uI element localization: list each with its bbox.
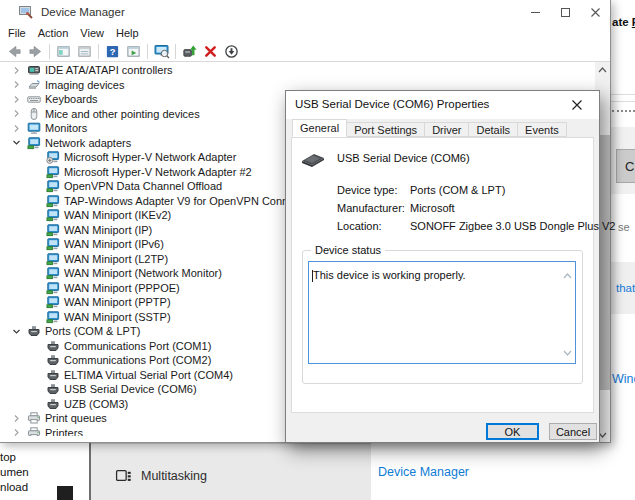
chevron-right-icon[interactable]: [12, 413, 25, 423]
toolbar: ?: [0, 41, 610, 62]
update-driver-icon: [182, 44, 197, 59]
scroll-up-icon[interactable]: [595, 62, 610, 77]
tree-item-ide-ata-atapi-controllers[interactable]: IDE ATA/ATAPI controllers: [0, 63, 595, 78]
background-text-fragment: umen: [0, 466, 29, 478]
tree-item-label: Keyboards: [45, 93, 98, 105]
tab-details[interactable]: Details: [468, 122, 518, 137]
tab-driver[interactable]: Driver: [424, 122, 469, 137]
chevron-right-icon[interactable]: [12, 65, 25, 75]
device-manager-link[interactable]: Device Manager: [378, 465, 469, 479]
tree-item-label: Mice and other pointing devices: [45, 108, 200, 120]
toolbar-show-console-tree-button[interactable]: [53, 41, 74, 61]
chevron-right-icon[interactable]: [12, 109, 25, 119]
tree-item-label: Print queues: [45, 412, 107, 424]
chevron-right-icon[interactable]: [12, 123, 25, 133]
svg-text:?: ?: [110, 47, 116, 57]
background-text-fragment: se: [618, 221, 630, 233]
settings-item-multitasking[interactable]: Multitasking: [115, 467, 207, 484]
field-label: Device type:: [337, 184, 410, 196]
tree-item-label: Monitors: [45, 122, 87, 134]
network-adapter-icon: [46, 310, 60, 324]
info-row-location: Location:SONOFF Zigbee 3.0 USB Dongle Pl…: [337, 220, 615, 232]
dialog-close-button[interactable]: [554, 91, 599, 119]
status-scroll-up-icon[interactable]: [563, 265, 572, 283]
divider: [611, 94, 635, 95]
toolbar-update-driver-button[interactable]: [179, 41, 200, 61]
background-panel: C: [611, 127, 635, 194]
tab-port-settings[interactable]: Port Settings: [346, 122, 425, 137]
network-adapter-icon: [46, 223, 60, 237]
serial-port-icon: [46, 353, 60, 367]
background-text-fragment: top: [0, 451, 16, 463]
field-value: Microsoft: [410, 202, 455, 214]
dotted-divider: [612, 110, 635, 112]
tree-item-label: Microsoft Hyper-V Network Adapter #2: [64, 166, 252, 178]
background-text-fragment: nload: [0, 481, 28, 493]
cancel-button[interactable]: Cancel: [549, 423, 597, 440]
tab-events[interactable]: Events: [517, 122, 567, 137]
toolbar-scan-hardware-changes-button[interactable]: [151, 41, 172, 61]
tree-item-label: Network adapters: [45, 137, 131, 149]
toolbar-uninstall-device-button[interactable]: [200, 41, 221, 61]
tree-item-label: Printers: [45, 427, 83, 436]
status-scroll-down-icon[interactable]: [563, 342, 572, 360]
background-link-fragment[interactable]: that: [616, 282, 635, 294]
network-adapter-icon: [27, 136, 41, 150]
background-button-fragment[interactable]: C: [616, 149, 635, 183]
background-search-results: Device Manager: [371, 443, 635, 500]
field-label: Manufacturer:: [337, 202, 410, 214]
menu-action[interactable]: Action: [32, 25, 75, 41]
network-adapter-icon: [46, 165, 60, 179]
tree-item-label: WAN Miniport (SSTP): [64, 311, 171, 323]
device-status-textbox[interactable]: This device is working properly.: [308, 261, 576, 364]
back-icon: [7, 44, 22, 59]
menu-file[interactable]: File: [2, 25, 32, 41]
info-row-device-type: Device type:Ports (COM & LPT): [337, 184, 505, 196]
mouse-icon: [27, 107, 41, 121]
disable-device-icon: [224, 44, 239, 59]
menu-view[interactable]: View: [74, 25, 110, 41]
dialog-tabs: GeneralPort SettingsDriverDetailsEvents: [292, 119, 566, 137]
minimize-button[interactable]: [520, 0, 550, 24]
toolbar-properties-button[interactable]: [123, 41, 144, 61]
tree-item-label: Ports (COM & LPT): [45, 325, 140, 337]
tab-general[interactable]: General: [292, 119, 347, 137]
tree-item-label: WAN Miniport (PPPOE): [64, 282, 180, 294]
background-link-fragment[interactable]: Winc: [612, 372, 635, 386]
network-adapter-icon: [46, 281, 60, 295]
network-adapter-icon: [46, 237, 60, 251]
tree-item-label: Communications Port (COM1): [64, 340, 211, 352]
menu-help[interactable]: Help: [110, 25, 145, 41]
toolbar-help-button[interactable]: ?: [102, 41, 123, 61]
chevron-down-icon[interactable]: [12, 138, 25, 148]
toolbar-back-button[interactable]: [4, 41, 25, 61]
chevron-right-icon[interactable]: [12, 428, 25, 436]
tree-item-label: WAN Miniport (IPv6): [64, 238, 164, 250]
toolbar-separator: [98, 44, 99, 59]
chevron-down-icon[interactable]: [12, 326, 25, 336]
toolbar-export-list-button[interactable]: [74, 41, 95, 61]
chevron-right-icon[interactable]: [12, 80, 25, 90]
forward-icon: [28, 44, 43, 59]
ok-button[interactable]: OK: [486, 423, 539, 440]
show-console-tree-icon: [56, 44, 71, 59]
chevron-right-icon[interactable]: [12, 94, 25, 104]
serial-port-icon: [46, 382, 60, 396]
network-adapter-icon: [46, 194, 60, 208]
ide-controller-icon: [27, 63, 41, 77]
device-status-label: Device status: [311, 244, 385, 256]
window-title: Device Manager: [41, 6, 125, 18]
background-dark-block: [57, 486, 73, 500]
maximize-button[interactable]: [550, 0, 580, 24]
toolbar-separator: [147, 44, 148, 59]
network-adapter-icon: [46, 179, 60, 193]
toolbar-disable-device-button[interactable]: [221, 41, 242, 61]
network-adapter-badge-icon: [46, 150, 60, 164]
toolbar-forward-button[interactable]: [25, 41, 46, 61]
network-adapter-icon: [46, 252, 60, 266]
close-button[interactable]: [580, 0, 610, 24]
tree-item-label: UZB (COM3): [64, 398, 128, 410]
printer-icon: [27, 426, 41, 436]
tree-item-label: WAN Miniport (L2TP): [64, 253, 168, 265]
background-text: ate: [612, 16, 632, 28]
